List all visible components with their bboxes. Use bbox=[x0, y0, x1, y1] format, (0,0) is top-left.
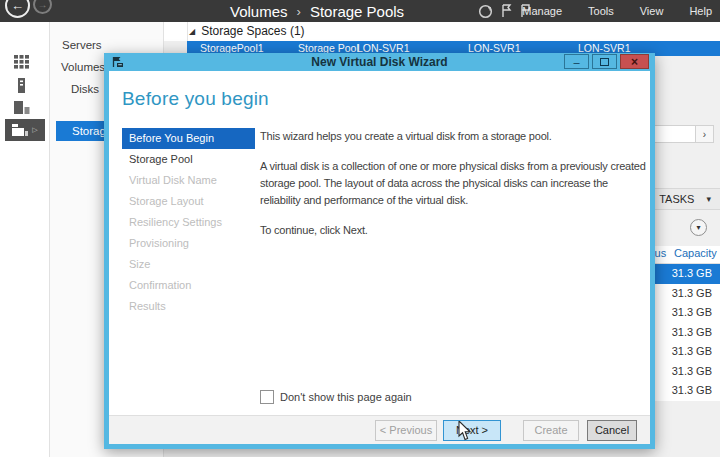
breadcrumb: Volumes › Storage Pools bbox=[230, 0, 404, 22]
create-button[interactable]: Create bbox=[523, 420, 579, 441]
chevron-down-icon: ▾ bbox=[696, 223, 700, 232]
new-virtual-disk-wizard: New Virtual Disk Wizard – × Before you b… bbox=[104, 53, 655, 449]
volumes-icon[interactable] bbox=[14, 101, 30, 115]
back-arrow-icon: ← bbox=[11, 0, 24, 13]
tasks-dropdown-icon[interactable]: ▾ bbox=[706, 194, 711, 204]
next-button[interactable]: Next > bbox=[443, 420, 501, 441]
servers-icon[interactable] bbox=[18, 78, 26, 93]
refresh-icon[interactable] bbox=[478, 4, 493, 19]
sidebar-item-volumes[interactable]: Volumes bbox=[61, 58, 105, 76]
previous-button[interactable]: < Previous bbox=[375, 420, 437, 441]
strip-expand-icon[interactable]: ▷ bbox=[32, 126, 37, 134]
sidebar-item-disks[interactable]: Disks bbox=[71, 80, 99, 98]
forward-button[interactable]: → bbox=[33, 0, 52, 14]
step-storage-layout: Storage Layout bbox=[122, 191, 255, 212]
minimize-button[interactable]: – bbox=[564, 54, 589, 69]
step-resiliency-settings: Resiliency Settings bbox=[122, 212, 255, 233]
cancel-button[interactable]: Cancel bbox=[587, 420, 637, 441]
forward-arrow-icon: → bbox=[38, 0, 48, 10]
minimize-icon: – bbox=[573, 56, 579, 68]
tasks-label: TASKS bbox=[659, 193, 694, 205]
description-text: A virtual disk is a collection of one or… bbox=[260, 158, 648, 209]
storage-spaces-group-label: Storage Spaces (1) bbox=[201, 24, 304, 38]
step-results: Results bbox=[122, 296, 255, 317]
page-title: Before you begin bbox=[122, 88, 269, 110]
step-size: Size bbox=[122, 254, 255, 275]
maximize-icon bbox=[600, 58, 609, 66]
maximize-button[interactable] bbox=[592, 54, 617, 69]
back-button[interactable]: ← bbox=[5, 0, 30, 18]
step-confirmation: Confirmation bbox=[122, 275, 255, 296]
column-capacity[interactable]: Capacity bbox=[674, 247, 717, 259]
sidebar-item-servers[interactable]: Servers bbox=[62, 36, 102, 54]
storage-spaces-group-header[interactable]: ◢ Storage Spaces (1) bbox=[189, 24, 305, 38]
breadcrumb-separator-icon: › bbox=[297, 0, 301, 22]
scroll-right-icon[interactable]: › bbox=[695, 126, 713, 142]
breadcrumb-volumes[interactable]: Volumes bbox=[230, 0, 288, 22]
storage-pools-icon-tile[interactable]: ▷ bbox=[5, 119, 45, 141]
wizard-icon bbox=[112, 56, 124, 68]
step-virtual-disk-name: Virtual Disk Name bbox=[122, 170, 255, 191]
step-storage-pool[interactable]: Storage Pool bbox=[122, 149, 255, 170]
wizard-title-bar[interactable]: New Virtual Disk Wizard – × bbox=[104, 53, 655, 71]
wizard-footer: < Previous Next > Create Cancel bbox=[109, 415, 650, 444]
breadcrumb-storage-pools: Storage Pools bbox=[310, 0, 404, 22]
collapse-panel-button[interactable]: ▾ bbox=[690, 219, 707, 236]
left-icon-strip: ▷ bbox=[0, 22, 50, 457]
menu-tools[interactable]: Tools bbox=[588, 5, 614, 17]
storage-pools-icon bbox=[12, 124, 28, 137]
close-button[interactable]: × bbox=[620, 54, 649, 69]
server-manager-window: ← → Volumes › Storage Pools Manage bbox=[0, 0, 720, 457]
wizard-body: Before you begin Before You Begin Storag… bbox=[109, 71, 650, 444]
close-icon: × bbox=[631, 56, 638, 68]
app-title-bar: ← → Volumes › Storage Pools Manage bbox=[0, 0, 720, 22]
dont-show-label: Don't show this page again bbox=[280, 391, 412, 403]
dont-show-checkbox-row: Don't show this page again bbox=[260, 390, 412, 404]
menu-view[interactable]: View bbox=[640, 5, 664, 17]
dashboard-icon[interactable] bbox=[14, 55, 29, 69]
wizard-step-list: Before You Begin Storage Pool Virtual Di… bbox=[122, 128, 255, 317]
intro-text: This wizard helps you create a virtual d… bbox=[260, 128, 648, 145]
step-provisioning: Provisioning bbox=[122, 233, 255, 254]
continue-hint-text: To continue, click Next. bbox=[260, 222, 648, 239]
collapse-triangle-icon[interactable]: ◢ bbox=[189, 27, 195, 36]
notifications-flag-icon[interactable] bbox=[501, 4, 512, 18]
dont-show-checkbox[interactable] bbox=[260, 390, 274, 404]
wizard-content: This wizard helps you create a virtual d… bbox=[260, 128, 648, 252]
menu-help[interactable]: Help bbox=[689, 5, 712, 17]
step-before-you-begin[interactable]: Before You Begin bbox=[122, 128, 255, 149]
menu-manage[interactable]: Manage bbox=[522, 5, 562, 17]
